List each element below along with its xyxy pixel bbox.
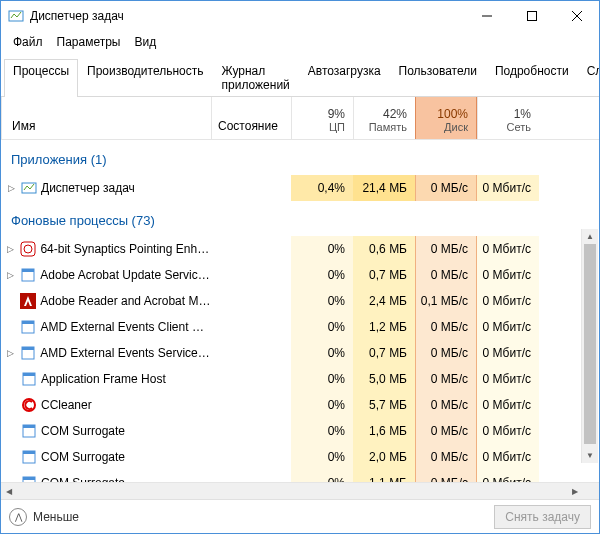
svg-rect-12: [22, 321, 34, 324]
col-cpu[interactable]: 9%ЦП: [291, 97, 353, 139]
titlebar[interactable]: Диспетчер задач: [1, 1, 599, 31]
tab-processes[interactable]: Процессы: [4, 59, 78, 97]
table-row[interactable]: COM Surrogate0%2,0 МБ0 МБ/с0 Мбит/с: [1, 444, 599, 470]
tab-startup[interactable]: Автозагрузка: [299, 59, 390, 97]
maximize-button[interactable]: [509, 1, 554, 31]
end-task-button[interactable]: Снять задачу: [494, 505, 591, 529]
process-name: AMD External Events Service M...: [40, 346, 211, 360]
process-icon: [20, 345, 36, 361]
disk-value: 0 МБ/с: [415, 262, 477, 288]
cpu-value: 0%: [291, 366, 353, 392]
chevron-up-icon: ⋀: [9, 508, 27, 526]
table-row[interactable]: CCleaner0%5,7 МБ0 МБ/с0 Мбит/с: [1, 392, 599, 418]
disk-value: 0 МБ/с: [415, 418, 477, 444]
table-row[interactable]: ▷64-bit Synaptics Pointing Enhan...0%0,6…: [1, 236, 599, 262]
tab-performance[interactable]: Производительность: [78, 59, 212, 97]
memory-value: 0,6 МБ: [353, 236, 415, 262]
memory-value: 2,4 МБ: [353, 288, 415, 314]
tab-details[interactable]: Подробности: [486, 59, 578, 97]
taskmgr-icon: [8, 8, 24, 24]
cpu-value: 0%: [291, 444, 353, 470]
process-icon: [20, 293, 36, 309]
cpu-value: 0%: [291, 418, 353, 444]
memory-value: 1,2 МБ: [353, 314, 415, 340]
window-title: Диспетчер задач: [30, 9, 464, 23]
group-background: Фоновые процессы (73): [1, 201, 599, 236]
network-value: 0 Мбит/с: [477, 444, 539, 470]
col-disk[interactable]: 100%Диск: [415, 97, 477, 139]
col-state[interactable]: Состояние: [211, 97, 291, 139]
menu-file[interactable]: Файл: [7, 33, 49, 51]
process-name: Adobe Reader and Acrobat Man...: [40, 294, 211, 308]
tabs: Процессы Производительность Журнал прило…: [1, 58, 599, 97]
process-icon: [21, 397, 37, 413]
col-name[interactable]: Имя: [1, 97, 211, 139]
tab-users[interactable]: Пользователи: [390, 59, 486, 97]
process-icon: [20, 319, 36, 335]
svg-rect-19: [23, 425, 35, 428]
menubar: Файл Параметры Вид: [1, 31, 599, 56]
process-name: COM Surrogate: [41, 424, 125, 438]
table-row[interactable]: COM Surrogate0%1,1 МБ0 МБ/с0 Мбит/с: [1, 470, 599, 482]
process-name: Application Frame Host: [41, 372, 166, 386]
table-row[interactable]: ▷Adobe Acrobat Update Service (...0%0,7 …: [1, 262, 599, 288]
horizontal-scrollbar[interactable]: ◀ ▶: [1, 482, 599, 499]
memory-value: 1,1 МБ: [353, 470, 415, 482]
menu-view[interactable]: Вид: [128, 33, 162, 51]
network-value: 0 Мбит/с: [477, 418, 539, 444]
memory-value: 2,0 МБ: [353, 444, 415, 470]
scroll-left-icon[interactable]: ◀: [1, 483, 16, 499]
process-name: Диспетчер задач: [41, 181, 135, 195]
fewer-details-button[interactable]: ⋀ Меньше: [9, 508, 79, 526]
table-row[interactable]: ▷AMD External Events Service M...0%0,7 М…: [1, 340, 599, 366]
process-name: AMD External Events Client Mo...: [40, 320, 211, 334]
tab-app-history[interactable]: Журнал приложений: [213, 59, 299, 97]
disk-value: 0 МБ/с: [415, 236, 477, 262]
col-network[interactable]: 1%Сеть: [477, 97, 539, 139]
tab-services[interactable]: Службы: [578, 59, 600, 97]
table-row[interactable]: ▷Диспетчер задач0,4%21,4 МБ0 МБ/с0 Мбит/…: [1, 175, 599, 201]
process-name: 64-bit Synaptics Pointing Enhan...: [40, 242, 211, 256]
process-list[interactable]: Приложения (1)▷Диспетчер задач0,4%21,4 М…: [1, 140, 599, 482]
disk-value: 0 МБ/с: [415, 392, 477, 418]
cpu-value: 0%: [291, 392, 353, 418]
svg-rect-6: [21, 242, 35, 256]
network-value: 0 Мбит/с: [477, 175, 539, 201]
expand-icon[interactable]: ▷: [5, 348, 16, 358]
expand-icon[interactable]: ▷: [5, 270, 16, 280]
footer: ⋀ Меньше Снять задачу: [1, 499, 599, 533]
minimize-button[interactable]: [464, 1, 509, 31]
memory-value: 0,7 МБ: [353, 340, 415, 366]
table-row[interactable]: Adobe Reader and Acrobat Man...0%2,4 МБ0…: [1, 288, 599, 314]
scroll-down-icon[interactable]: ▼: [582, 448, 598, 463]
menu-options[interactable]: Параметры: [51, 33, 127, 51]
svg-rect-23: [23, 477, 35, 480]
process-icon: [21, 449, 37, 465]
expand-icon[interactable]: ▷: [5, 183, 17, 193]
cpu-value: 0%: [291, 236, 353, 262]
process-icon: [20, 267, 36, 283]
process-icon: [21, 475, 37, 482]
expand-icon[interactable]: ▷: [5, 244, 16, 254]
table-row[interactable]: Application Frame Host0%5,0 МБ0 МБ/с0 Мб…: [1, 366, 599, 392]
cpu-value: 0%: [291, 262, 353, 288]
scroll-right-icon[interactable]: ▶: [567, 483, 582, 499]
table-row[interactable]: AMD External Events Client Mo...0%1,2 МБ…: [1, 314, 599, 340]
close-button[interactable]: [554, 1, 599, 31]
memory-value: 21,4 МБ: [353, 175, 415, 201]
cpu-value: 0%: [291, 340, 353, 366]
svg-rect-14: [22, 347, 34, 350]
scroll-up-icon[interactable]: ▲: [582, 229, 598, 244]
disk-value: 0 МБ/с: [415, 314, 477, 340]
disk-value: 0 МБ/с: [415, 340, 477, 366]
memory-value: 0,7 МБ: [353, 262, 415, 288]
group-applications: Приложения (1): [1, 140, 599, 175]
col-memory[interactable]: 42%Память: [353, 97, 415, 139]
network-value: 0 Мбит/с: [477, 392, 539, 418]
scrollbar-thumb[interactable]: [584, 244, 596, 444]
svg-rect-9: [22, 269, 34, 272]
svg-rect-2: [527, 12, 536, 21]
table-row[interactable]: COM Surrogate0%1,6 МБ0 МБ/с0 Мбит/с: [1, 418, 599, 444]
cpu-value: 0%: [291, 314, 353, 340]
vertical-scrollbar[interactable]: ▲ ▼: [581, 229, 598, 463]
